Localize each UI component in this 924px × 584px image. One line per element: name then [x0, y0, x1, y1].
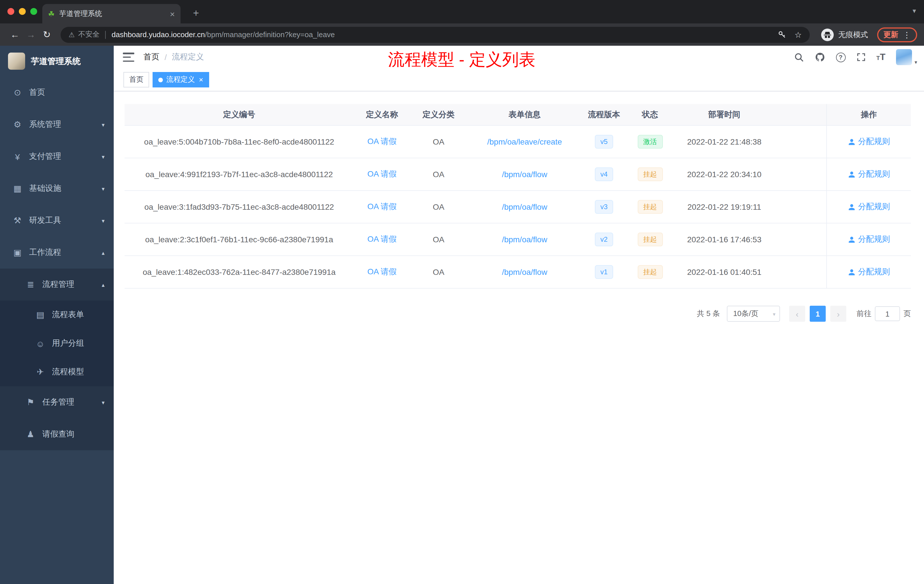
cell-definition-id: oa_leave:5:004b710b-7b8a-11ec-8ef0-acde4…	[125, 126, 354, 158]
status-badge: 挂起	[637, 200, 663, 214]
not-secure-label[interactable]: 不安全	[78, 30, 100, 40]
form-info-link[interactable]: /bpm/oa/leave/create	[487, 137, 562, 146]
table-row: oa_leave:5:004b710b-7b8a-11ec-8ef0-acde4…	[125, 126, 911, 158]
browser-tab[interactable]: ☘ 芋道管理系统 ×	[42, 4, 181, 23]
definition-name-link[interactable]: OA 请假	[368, 137, 397, 147]
user-avatar[interactable]	[896, 49, 912, 65]
github-icon[interactable]	[815, 52, 825, 62]
version-badge: v5	[594, 135, 613, 148]
zoom-window-button[interactable]	[30, 8, 37, 15]
form-info-link[interactable]: /bpm/oa/flow	[502, 202, 548, 211]
incognito-label: 无痕模式	[838, 30, 868, 40]
forward-icon[interactable]: →	[23, 30, 39, 40]
column-header-form: 表单信息	[467, 104, 582, 125]
version-badge: v3	[594, 200, 613, 214]
breadcrumb-separator: /	[165, 53, 167, 62]
bookmark-star-icon[interactable]: ☆	[795, 30, 802, 39]
definition-name-link[interactable]: OA 请假	[368, 267, 397, 277]
definition-name-link[interactable]: OA 请假	[368, 234, 397, 244]
minimize-window-button[interactable]	[19, 8, 26, 15]
definition-name-link[interactable]: OA 请假	[368, 202, 397, 212]
status-badge: 挂起	[637, 233, 663, 246]
chevron-icon: ▾	[102, 153, 105, 160]
address-bar[interactable]: ⚠ 不安全 dashboard.yudao.iocoder.cn /bpm/ma…	[61, 26, 810, 43]
process-form-icon: ▤	[35, 310, 46, 320]
next-page-button[interactable]: ›	[830, 306, 846, 322]
form-info-link[interactable]: /bpm/oa/flow	[502, 235, 548, 244]
cell-deploy-time: 2022-01-22 20:34:10	[674, 158, 774, 190]
window-controls	[7, 8, 37, 15]
sidebar-item-label: 系统管理	[29, 119, 61, 130]
chevron-icon: ▾	[102, 121, 105, 128]
cell-definition-id: oa_leave:4:991f2193-7b7f-11ec-a3c8-acde4…	[125, 158, 354, 190]
browser-update-button[interactable]: 更新 ⋮	[877, 27, 917, 42]
table-row: oa_leave:1:482ec033-762a-11ec-8477-a2380…	[125, 256, 911, 289]
sidebar-item[interactable]: ¥ 支付管理 ▾	[0, 140, 114, 173]
tab-title: 芋道管理系统	[59, 9, 165, 18]
sidebar-item[interactable]: ⚙ 系统管理 ▾	[0, 109, 114, 140]
sidebar-item[interactable]: ✈ 流程模型	[0, 358, 114, 386]
sidebar-menu: ⊙ 首页 ⚙ 系统管理 ▾ ¥ 支付管理 ▾	[0, 77, 114, 450]
column-header-id: 定义编号	[125, 104, 354, 125]
cell-definition-id: oa_leave:1:482ec033-762a-11ec-8477-a2380…	[125, 256, 354, 288]
process-model-icon: ✈	[35, 367, 46, 377]
sidebar-item[interactable]: ▣ 工作流程 ▴	[0, 237, 114, 269]
tab-search-chevron-icon[interactable]: ▾	[912, 7, 916, 15]
prev-page-button[interactable]: ‹	[789, 306, 805, 322]
back-icon[interactable]: ←	[7, 30, 23, 40]
cell-category: OA	[410, 158, 467, 190]
hamburger-icon[interactable]	[123, 53, 134, 62]
url-separator	[106, 31, 106, 39]
tag-close-icon[interactable]: ×	[199, 76, 203, 83]
sidebar-item[interactable]: ▤ 流程表单	[0, 300, 114, 329]
new-tab-button[interactable]: +	[188, 6, 203, 21]
sidebar-item[interactable]: ♟ 请假查询	[0, 418, 114, 450]
table-row: oa_leave:4:991f2193-7b7f-11ec-a3c8-acde4…	[125, 158, 911, 191]
tag-home[interactable]: 首页	[124, 72, 149, 87]
page-size-select[interactable]: 10条/页 ▾	[727, 306, 780, 322]
assign-rule-button[interactable]: 分配规则	[848, 267, 890, 277]
browser-window: ☘ 芋道管理系统 × + ▾ ← → ↻ ⚠ 不安全 dashboard.yud…	[0, 0, 924, 584]
cell-deploy-time: 2022-01-22 19:19:11	[674, 191, 774, 223]
column-header-status: 状态	[626, 104, 674, 125]
browser-menu-kebab-icon[interactable]: ⋮	[903, 30, 911, 39]
assign-rule-button[interactable]: 分配规则	[848, 137, 890, 147]
content-area: 定义编号 定义名称 定义分类 表单信息 流程版本 状态 部署时间 操作 oa_l…	[114, 91, 924, 584]
tag-current[interactable]: 流程定义 ×	[153, 72, 209, 87]
search-icon[interactable]	[794, 52, 804, 62]
page-number-current[interactable]: 1	[810, 306, 826, 322]
reload-icon[interactable]: ↻	[39, 29, 55, 40]
form-info-link[interactable]: /bpm/oa/flow	[502, 170, 548, 179]
sidebar-item-label: 基础设施	[29, 183, 61, 194]
page-title: 流程模型 - 定义列表	[388, 49, 535, 71]
definition-name-link[interactable]: OA 请假	[368, 169, 397, 180]
process-manage-icon: ≣	[25, 279, 36, 290]
user-icon	[848, 268, 855, 276]
breadcrumb-home[interactable]: 首页	[144, 52, 159, 62]
assign-rule-button[interactable]: 分配规则	[848, 202, 890, 212]
sidebar-item[interactable]: ≣ 流程管理 ▴	[0, 269, 114, 300]
sidebar-item[interactable]: ⚒ 研发工具 ▾	[0, 205, 114, 237]
sidebar-item-label: 流程管理	[42, 279, 74, 290]
page-jump-input[interactable]	[875, 306, 900, 321]
form-info-link[interactable]: /bpm/oa/flow	[502, 267, 548, 277]
chevron-icon: ▴	[102, 281, 105, 288]
help-icon[interactable]: ?	[836, 52, 845, 62]
table-header-row: 定义编号 定义名称 定义分类 表单信息 流程版本 状态 部署时间 操作	[125, 104, 911, 126]
sidebar-item[interactable]: ☺ 用户分组	[0, 329, 114, 358]
close-window-button[interactable]	[7, 8, 14, 15]
assign-rule-button[interactable]: 分配规则	[848, 169, 890, 180]
sidebar: 芋道管理系统 ⊙ 首页 ⚙ 系统管理 ▾	[0, 46, 114, 584]
user-menu[interactable]: ▾	[896, 49, 917, 65]
app-logo[interactable]: 芋道管理系统	[0, 46, 114, 72]
font-size-icon[interactable]: TT	[876, 53, 885, 62]
sidebar-item[interactable]: ⊙ 首页	[0, 77, 114, 109]
tab-close-icon[interactable]: ×	[170, 9, 175, 18]
user-icon	[848, 203, 855, 211]
sidebar-item-label: 流程模型	[52, 367, 84, 377]
assign-rule-button[interactable]: 分配规则	[848, 234, 890, 244]
fullscreen-icon[interactable]	[856, 53, 865, 62]
password-key-icon[interactable]	[778, 30, 787, 39]
sidebar-item[interactable]: ▦ 基础设施 ▾	[0, 173, 114, 205]
sidebar-item[interactable]: ⚑ 任务管理 ▾	[0, 386, 114, 418]
